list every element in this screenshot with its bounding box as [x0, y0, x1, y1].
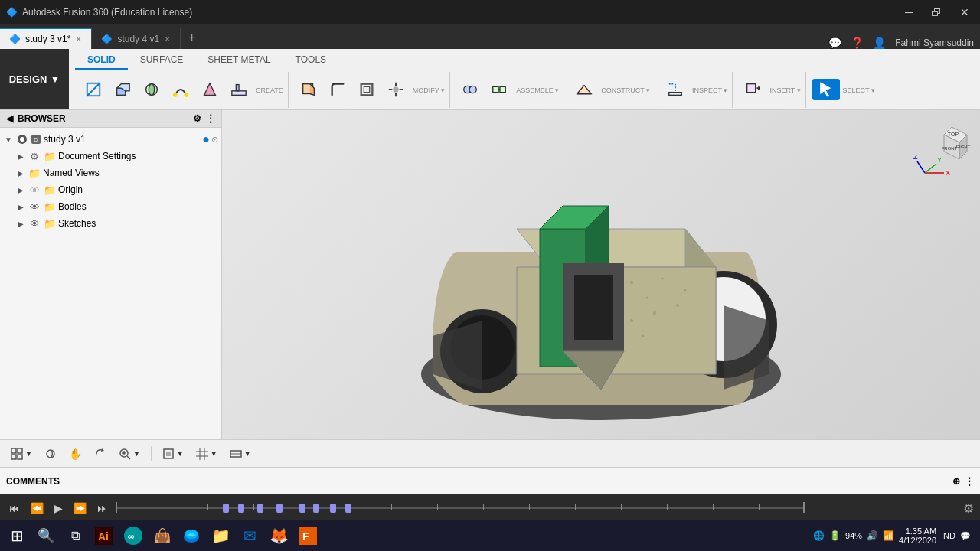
sweep-button[interactable] — [167, 79, 194, 100]
tab-surface[interactable]: SURFACE — [128, 51, 196, 70]
separator-1 — [151, 446, 152, 461]
tree-sketches[interactable]: ▶ 👁 📁 Sketches — [0, 215, 221, 232]
search-button[interactable]: 🔍 — [32, 522, 60, 549]
svg-text:TOP: TOP — [948, 132, 959, 137]
task-view-button[interactable]: ⧉ — [61, 522, 89, 549]
tree-sketches-eye-icon[interactable]: 👁 — [28, 217, 41, 230]
grid-display-button[interactable]: ▼ — [191, 445, 222, 462]
inspect-button[interactable] — [662, 79, 689, 100]
browser-collapse-icon[interactable]: ◀ — [6, 113, 13, 124]
display-settings-button[interactable]: ▼ — [225, 445, 256, 462]
tree-named-views[interactable]: ▶ 📁 Named Views — [0, 165, 221, 181]
shell-button[interactable] — [353, 79, 381, 100]
select-button[interactable] — [812, 79, 840, 100]
start-button[interactable]: ⊞ — [3, 522, 31, 549]
design-button[interactable]: DESIGN ▼ — [0, 49, 69, 109]
edge-button[interactable] — [178, 522, 205, 549]
tree-sketches-folder-icon: 📁 — [43, 217, 57, 230]
arduino-button[interactable]: ∞ — [119, 522, 147, 549]
tree-root[interactable]: ▼ D study 3 v1 ● ⊙ — [0, 131, 221, 148]
tab-close-1[interactable]: ✕ — [75, 34, 82, 44]
anim-start-button[interactable]: ⏮ — [6, 500, 23, 516]
construct-button[interactable] — [570, 79, 598, 100]
tree-bodies-chevron: ▶ — [15, 203, 26, 211]
insert-button[interactable] — [739, 79, 766, 100]
svg-rect-92 — [575, 504, 576, 510]
help-icon[interactable]: ❓ — [851, 37, 864, 49]
app-icon: 🔷 — [6, 7, 18, 18]
loft-button[interactable] — [196, 79, 224, 100]
svg-rect-63 — [11, 448, 16, 453]
comments-icons: ⊕ ⋮ — [952, 476, 974, 487]
tree-origin[interactable]: ▶ 👁 📁 Origin — [0, 181, 221, 198]
user-icon[interactable]: 👤 — [873, 37, 886, 49]
svg-rect-103 — [313, 504, 319, 513]
tree-root-chevron: ▼ — [3, 135, 14, 144]
create-sketch-button[interactable] — [80, 79, 107, 100]
anim-prev-button[interactable]: ⏪ — [28, 500, 47, 516]
viewport[interactable]: Z X Y TOP RIGHT FRONT — [222, 110, 980, 439]
tray-time-date[interactable]: 1:35 AM 4/12/2020 — [899, 527, 936, 545]
close-button[interactable]: ✕ — [956, 5, 974, 20]
tree-root-actions[interactable]: ⊙ — [211, 135, 218, 145]
tree-doc-settings[interactable]: ▶ ⚙ 📁 Document Settings — [0, 148, 221, 165]
assemble1-button[interactable] — [456, 79, 484, 100]
rib-button[interactable] — [225, 79, 253, 100]
tree-origin-eye-icon[interactable]: 👁 — [28, 183, 41, 197]
assemble2-button[interactable] — [485, 79, 513, 100]
tree-bodies-eye-icon[interactable]: 👁 — [28, 200, 41, 214]
browser-tree: ▼ D study 3 v1 ● ⊙ ▶ ⚙ 📁 Document Settin… — [0, 128, 221, 439]
fusion-button[interactable]: F — [294, 522, 322, 549]
toolbar-group-inspect: INSPECT ▾ — [657, 72, 733, 108]
anim-play-button[interactable]: ▶ — [51, 500, 66, 516]
zoom-button[interactable]: ▼ — [114, 445, 145, 462]
rotate-button[interactable] — [90, 445, 111, 462]
anim-next-button[interactable]: ⏩ — [70, 500, 90, 516]
grid-settings-button[interactable]: ▼ — [6, 445, 37, 462]
svg-rect-93 — [621, 504, 622, 510]
minimize-button[interactable]: ─ — [900, 5, 917, 20]
tree-sketches-label: Sketches — [58, 218, 96, 229]
restore-button[interactable]: 🗗 — [926, 5, 946, 20]
comments-add-icon[interactable]: ⊕ — [952, 476, 960, 487]
tab-study4[interactable]: 🔷 study 4 v1 ✕ — [92, 28, 181, 49]
tree-bodies[interactable]: ▶ 👁 📁 Bodies — [0, 198, 221, 215]
move-button[interactable] — [382, 79, 410, 100]
animation-timeline[interactable] — [116, 500, 959, 516]
svg-text:F: F — [302, 530, 309, 543]
press-pull-button[interactable] — [295, 79, 322, 100]
orbit-button[interactable] — [40, 445, 61, 462]
tab-tools[interactable]: TOOLS — [283, 51, 338, 70]
fillet-button[interactable] — [324, 79, 351, 100]
svg-rect-64 — [18, 448, 22, 453]
tab-solid[interactable]: SOLID — [75, 51, 128, 70]
svg-rect-21 — [493, 87, 498, 93]
tab-study3[interactable]: 🔷 study 3 v1* ✕ — [0, 28, 92, 49]
illustrator-button[interactable]: Ai — [90, 522, 118, 549]
tab-close-2[interactable]: ✕ — [164, 34, 171, 44]
pan-button[interactable]: ✋ — [64, 445, 87, 462]
anim-end-button[interactable]: ⏭ — [94, 500, 111, 516]
svg-marker-68 — [101, 448, 104, 452]
firefox-button[interactable]: 🦊 — [265, 522, 292, 549]
folder-button[interactable]: 📁 — [207, 522, 234, 549]
browser-settings-icon[interactable]: ⚙ — [193, 113, 201, 124]
animation-bar: ⏮ ⏪ ▶ ⏩ ⏭ — [0, 494, 980, 522]
revolve-button[interactable] — [138, 79, 165, 100]
svg-rect-96 — [759, 504, 760, 510]
svg-line-70 — [127, 456, 130, 459]
username-label[interactable]: Fahmi Syamsuddin — [895, 37, 974, 48]
viewcube[interactable]: Z X Y TOP RIGHT FRONT — [910, 119, 971, 181]
new-tab-button[interactable]: + — [181, 26, 203, 49]
mail-button[interactable]: ✉ — [236, 522, 263, 549]
tab-sheet-metal[interactable]: SHEET METAL — [195, 51, 283, 70]
select-label: SELECT ▾ — [841, 86, 875, 94]
tab-icon-2: 🔷 — [101, 34, 113, 44]
fit-view-button[interactable]: ▼ — [158, 445, 188, 462]
extrude-button[interactable] — [109, 79, 136, 100]
chat-icon[interactable]: 💬 — [828, 37, 841, 49]
bag-button[interactable]: 👜 — [149, 522, 176, 549]
tray-notification-icon[interactable]: 💬 — [960, 531, 971, 541]
toolbar-group-construct: CONSTRUCT ▾ — [566, 72, 655, 108]
anim-settings-button[interactable]: ⚙ — [963, 501, 974, 516]
